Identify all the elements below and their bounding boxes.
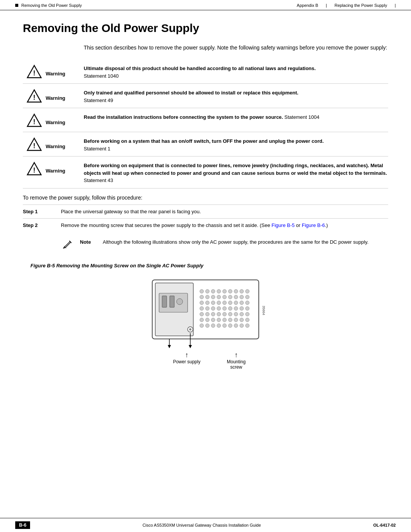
power-supply-label-text: Power supply — [173, 359, 201, 364]
warning-icon-5: ! — [23, 160, 46, 176]
figure-container: 35664 ↑ Power supply ↑ — [141, 272, 270, 370]
svg-point-38 — [206, 301, 209, 305]
svg-point-23 — [223, 289, 226, 293]
header-bullet — [15, 4, 18, 7]
svg-point-81 — [245, 324, 249, 328]
warning-bold-5: Before working on equipment that is conn… — [84, 163, 387, 176]
svg-point-48 — [211, 307, 215, 310]
warning-triangle-icon-5: ! — [27, 161, 42, 176]
warning-text-1: Ultimate disposal of this product should… — [84, 63, 388, 80]
note-text: Although the following illustrations sho… — [103, 238, 388, 246]
svg-point-45 — [245, 301, 249, 305]
page-title: Removing the Old Power Supply — [23, 22, 388, 35]
svg-point-69 — [228, 318, 232, 322]
svg-point-70 — [234, 318, 238, 322]
figure-label-power-supply: ↑ Power supply — [173, 351, 201, 370]
svg-point-68 — [223, 318, 226, 322]
figure-caption-text: Removing the Mounting Screw on the Singl… — [56, 263, 204, 268]
warning-icon-1: ! — [23, 63, 46, 79]
page-number: B-6 — [15, 521, 30, 529]
svg-point-64 — [200, 318, 204, 322]
warning-label-1: Warning — [46, 63, 84, 77]
warning-bold-4: Before working on a system that has an o… — [84, 138, 324, 144]
warning-bold-2: Only trained and qualified personnel sho… — [84, 90, 298, 96]
svg-rect-15 — [170, 296, 174, 307]
svg-point-20 — [206, 289, 209, 293]
figure-b5-link[interactable]: Figure B-5 — [272, 222, 295, 228]
svg-point-51 — [228, 307, 232, 310]
svg-point-63 — [245, 312, 249, 316]
svg-point-72 — [245, 318, 249, 322]
warning-icon-2: ! — [23, 88, 46, 104]
step-block-1: Step 1 Place the universal gateway so th… — [23, 204, 388, 219]
svg-point-31 — [217, 295, 221, 299]
page-footer: B-6 Cisco AS5350XM Universal Gateway Cha… — [0, 518, 411, 532]
svg-text:!: ! — [33, 142, 35, 150]
svg-point-39 — [211, 301, 215, 305]
warning-text-5: Before working on equipment that is conn… — [84, 160, 388, 184]
warning-statement-2: Statement 49 — [84, 97, 113, 103]
svg-point-54 — [245, 307, 249, 310]
header-separator: | — [326, 3, 327, 8]
figure-label-mounting-screw: ↑ Mountingscrew — [227, 351, 245, 370]
svg-point-77 — [223, 324, 226, 328]
warning-icon-3: ! — [23, 112, 46, 128]
note-icon — [61, 238, 80, 251]
svg-point-41 — [223, 301, 226, 305]
svg-point-24 — [228, 289, 232, 293]
warning-label-3: Warning — [46, 112, 84, 125]
svg-point-35 — [240, 295, 244, 299]
warning-block-4: ! Warning Before working on a system tha… — [23, 132, 388, 157]
svg-point-55 — [200, 312, 204, 316]
svg-point-61 — [234, 312, 238, 316]
svg-point-58 — [217, 312, 221, 316]
svg-rect-14 — [162, 296, 167, 307]
svg-point-19 — [200, 289, 204, 293]
header-end-separator: | — [395, 3, 396, 8]
warning-text-4: Before working on a system that has an o… — [84, 136, 388, 152]
warning-statement-3: Statement 1004 — [284, 114, 319, 120]
page-header: Removing the Old Power Supply Appendix B… — [0, 0, 411, 10]
svg-point-71 — [240, 318, 244, 322]
svg-point-40 — [217, 301, 221, 305]
svg-point-18 — [189, 328, 191, 331]
svg-point-50 — [223, 307, 226, 310]
figure-b6-link[interactable]: Figure B-6 — [302, 222, 325, 228]
svg-point-73 — [200, 324, 204, 328]
svg-point-46 — [200, 307, 204, 310]
svg-point-59 — [223, 312, 226, 316]
svg-point-22 — [217, 289, 221, 293]
svg-point-16 — [177, 299, 183, 305]
svg-text:!: ! — [33, 118, 35, 126]
svg-text:!: ! — [33, 69, 35, 77]
header-right: Appendix B | Replacing the Power Supply … — [297, 3, 396, 8]
svg-point-29 — [206, 295, 209, 299]
figure-labels: ↑ Power supply ↑ Mountingscrew — [152, 351, 259, 370]
svg-point-43 — [234, 301, 238, 305]
header-appendix: Appendix B — [297, 3, 318, 8]
warning-triangle-icon-2: ! — [27, 88, 42, 104]
svg-text:!: ! — [33, 94, 35, 101]
svg-point-30 — [211, 295, 215, 299]
note-label: Note — [80, 238, 103, 245]
svg-point-74 — [206, 324, 209, 328]
mounting-screw-arrow: ↑ — [227, 351, 245, 359]
svg-point-36 — [245, 295, 249, 299]
svg-point-65 — [206, 318, 209, 322]
svg-point-26 — [240, 289, 244, 293]
warning-triangle-icon-3: ! — [27, 113, 42, 128]
svg-point-53 — [240, 307, 244, 310]
svg-point-80 — [240, 324, 244, 328]
warning-triangle-icon-1: ! — [27, 64, 42, 79]
svg-point-44 — [240, 301, 244, 305]
header-left: Removing the Old Power Supply — [15, 3, 82, 8]
svg-point-21 — [211, 289, 215, 293]
svg-text:35664: 35664 — [262, 305, 266, 315]
header-section-title: Removing the Old Power Supply — [21, 3, 82, 8]
svg-point-33 — [228, 295, 232, 299]
step-label-1: Step 1 — [23, 208, 61, 214]
svg-point-62 — [240, 312, 244, 316]
svg-point-79 — [234, 324, 238, 328]
warning-statement-1: Statement 1040 — [84, 73, 119, 79]
svg-point-47 — [206, 307, 209, 310]
